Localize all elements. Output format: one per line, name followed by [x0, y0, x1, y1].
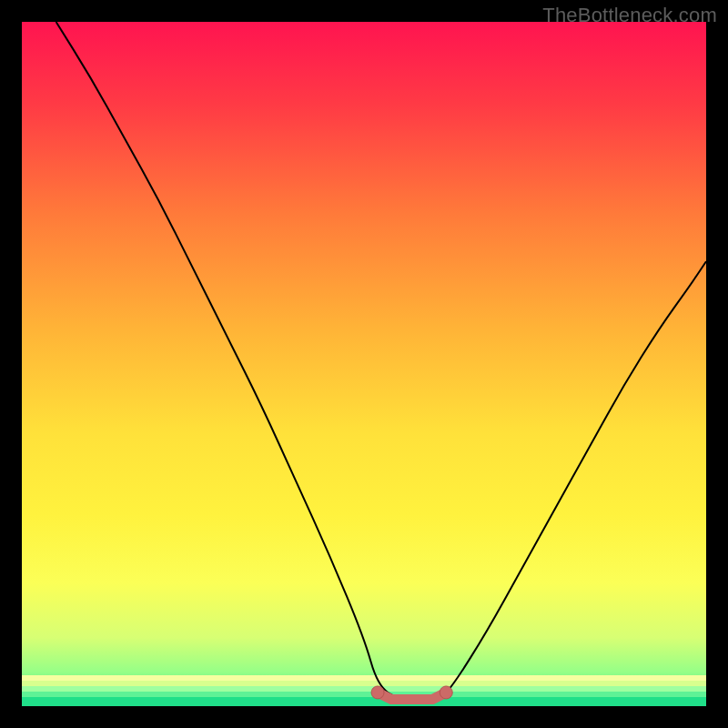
watermark-text: TheBottleneck.com: [542, 4, 717, 27]
plateau-end-dot: [440, 686, 452, 699]
gradient-band: [22, 692, 706, 697]
plot-area: [22, 22, 706, 706]
gradient-band: [22, 681, 706, 686]
gradient-band: [22, 686, 706, 692]
gradient-background: [22, 22, 706, 706]
chart-frame: TheBottleneck.com: [0, 0, 728, 728]
plateau-end-dot: [371, 686, 384, 699]
gradient-band: [22, 697, 706, 706]
bottom-green-bands: [22, 675, 706, 706]
gradient-band: [22, 675, 706, 681]
bottleneck-chart: [22, 22, 706, 706]
